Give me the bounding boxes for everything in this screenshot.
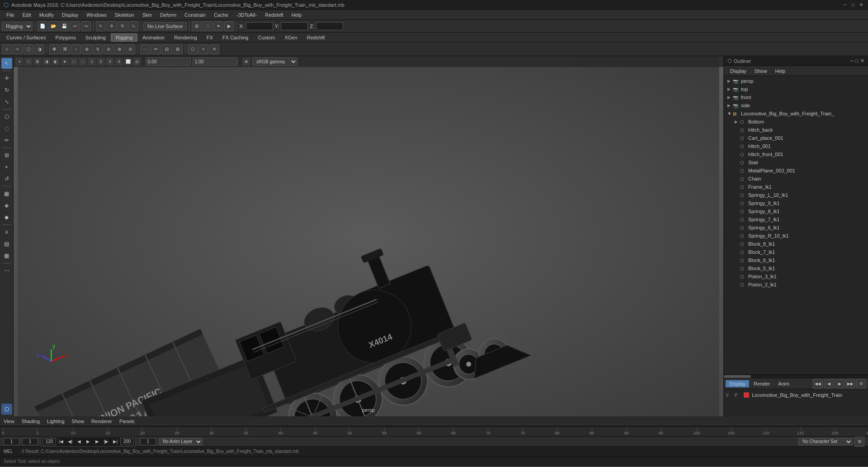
anim-layer-dropdown[interactable]: No Anim Layer bbox=[159, 438, 203, 445]
char-set-dropdown[interactable]: No Character Set bbox=[798, 438, 853, 445]
ik-spline-icon[interactable]: ⍀ bbox=[71, 44, 81, 54]
tree-item-block-6[interactable]: ⬡ Block_6_lk1 bbox=[724, 256, 868, 264]
vr-res1[interactable]: 1 bbox=[88, 57, 96, 66]
snap-toggle[interactable]: ⊞ bbox=[1, 150, 12, 161]
render-region[interactable]: ▦ bbox=[1, 188, 12, 199]
menu-help[interactable]: Help bbox=[288, 11, 306, 19]
range-start-input[interactable] bbox=[42, 438, 56, 445]
tree-item-metalplane[interactable]: ⬡ MetalPlane_002_001 bbox=[724, 167, 868, 175]
vr-shading2[interactable]: ◐ bbox=[52, 57, 60, 66]
menu-3dtoall[interactable]: -3DToAll- bbox=[233, 11, 260, 19]
tree-item-top[interactable]: ▶ 📷 top bbox=[724, 85, 868, 93]
soft-mod-tool[interactable]: ⬡ bbox=[1, 111, 12, 122]
camera-pan[interactable]: ⌖ bbox=[1, 162, 12, 172]
end-frame-input[interactable] bbox=[140, 438, 156, 445]
snap-point-button[interactable]: ✦ bbox=[213, 21, 223, 31]
tree-item-front[interactable]: ▶ 📷 front bbox=[724, 93, 868, 101]
mirror-skin-icon[interactable]: ⊟ bbox=[162, 44, 172, 54]
y-input[interactable] bbox=[281, 22, 308, 30]
menu-display[interactable]: Display bbox=[58, 11, 82, 19]
tab-rendering[interactable]: Rendering bbox=[170, 34, 202, 41]
char-set-options[interactable]: ⚙ bbox=[854, 437, 864, 447]
tree-item-springy-6[interactable]: ⬡ Springy_6_lk1 bbox=[724, 224, 868, 232]
cb-options-btn[interactable]: ⚙ bbox=[856, 379, 866, 389]
outliner-maximize[interactable]: □ bbox=[855, 58, 859, 64]
cb-back-btn[interactable]: ◀ bbox=[824, 379, 834, 389]
menu-skin[interactable]: Skin bbox=[139, 11, 156, 19]
display-layer[interactable]: ▤ bbox=[1, 238, 12, 249]
tree-item-springy-8[interactable]: ⬡ Springy_8_lk1 bbox=[724, 207, 868, 215]
skin-cluster-icon[interactable]: ⋯ bbox=[140, 44, 150, 54]
scale-tool-button[interactable]: ⤡ bbox=[128, 21, 138, 31]
tree-item-block-8[interactable]: ⬡ Block_8_lk1 bbox=[724, 240, 868, 248]
connect-joint-icon[interactable]: ⊘ bbox=[125, 44, 135, 54]
rotate-tool-button[interactable]: ↻ bbox=[118, 21, 127, 31]
outliner-close[interactable]: ✕ bbox=[860, 58, 864, 64]
tree-item-persp[interactable]: ▶ 📷 persp bbox=[724, 77, 868, 85]
lasso-icon[interactable]: ⌖ bbox=[13, 44, 23, 54]
view-menu-show[interactable]: Show bbox=[70, 418, 86, 425]
maximize-button[interactable]: □ bbox=[850, 2, 856, 8]
paint-select-icon[interactable]: ⬡ bbox=[24, 44, 33, 54]
tree-item-chain[interactable]: ⬡ Chain bbox=[724, 175, 868, 183]
cb-prev-btn[interactable]: ◀◀ bbox=[813, 379, 823, 389]
tree-item-springy-r10[interactable]: ⬡ Springy_R_10_lk1 bbox=[724, 232, 868, 240]
select-tool[interactable]: ↖ bbox=[1, 58, 12, 69]
menu-deform[interactable]: Deform bbox=[156, 11, 180, 19]
pb-prev-frame[interactable]: ◀ bbox=[75, 438, 83, 446]
select-icon[interactable]: ⊹ bbox=[2, 44, 12, 54]
tree-item-block-7[interactable]: ⬡ Block_7_lk1 bbox=[724, 248, 868, 256]
cb-tab-anim[interactable]: Anim bbox=[774, 380, 793, 387]
range-end-input[interactable] bbox=[120, 438, 134, 445]
x-input[interactable] bbox=[246, 22, 273, 30]
cb-last-btn[interactable]: ▶▶ bbox=[845, 379, 855, 389]
viewport[interactable]: ⌖ □ ⊞ ◑ ◐ ● □ ◌ 1 2 3 4 ⬜ ◎ ⊕ sRGB gamma bbox=[14, 56, 723, 416]
tab-curves-surfaces[interactable]: Curves / Surfaces bbox=[2, 34, 50, 41]
workspace-icon[interactable]: ⬡ bbox=[1, 404, 12, 415]
start-frame-input[interactable] bbox=[22, 438, 38, 445]
tree-item-loco[interactable]: ▼ ⊞ Locomotive_Big_Boy_with_Freight_Trai… bbox=[724, 110, 868, 118]
tree-item-stair[interactable]: ⬡ Stair bbox=[724, 158, 868, 167]
cb-fwd-btn[interactable]: ▶ bbox=[835, 379, 844, 389]
cb-tab-display[interactable]: Display bbox=[726, 380, 749, 387]
mode-dropdown[interactable]: Rigging bbox=[2, 22, 33, 31]
snap-curve-button[interactable]: ◌ bbox=[203, 21, 212, 31]
copy-weights-icon[interactable]: ⊞ bbox=[173, 44, 183, 54]
pb-next-key[interactable]: |▶ bbox=[102, 438, 110, 446]
vr-field1[interactable] bbox=[146, 57, 191, 66]
menu-windows[interactable]: Windows bbox=[83, 11, 110, 19]
outliner-menu-display[interactable]: Display bbox=[726, 67, 750, 75]
tree-item-hitch-back[interactable]: ⬡ Hitch_back bbox=[724, 126, 868, 134]
plus-icon[interactable]: + bbox=[198, 44, 208, 54]
tree-item-springy-7[interactable]: ⬡ Springy_7_lk1 bbox=[724, 215, 868, 224]
open-scene-button[interactable]: 📂 bbox=[48, 21, 58, 31]
tree-item-hitch-front[interactable]: ⬡ Hitch_front_001 bbox=[724, 150, 868, 158]
render-button[interactable]: ▶ bbox=[224, 21, 234, 31]
tree-item-bottom[interactable]: ▶ ⬡ Bottom bbox=[724, 118, 868, 126]
outliner-menu-help[interactable]: Help bbox=[772, 67, 789, 75]
scale-tool[interactable]: ⤡ bbox=[1, 96, 12, 107]
tab-animation[interactable]: Animation bbox=[138, 34, 169, 41]
reroot-skeleton-icon[interactable]: ↯ bbox=[93, 44, 103, 54]
view-menu-panels[interactable]: Panels bbox=[118, 418, 137, 425]
anim-layer[interactable]: ▦ bbox=[1, 250, 12, 261]
tab-rigging[interactable]: Rigging bbox=[111, 33, 137, 42]
vr-render[interactable]: ◎ bbox=[133, 57, 141, 66]
vr-grid-btn[interactable]: ⊞ bbox=[33, 57, 42, 66]
outliner-minimize[interactable]: ─ bbox=[850, 58, 854, 64]
tab-fx[interactable]: FX bbox=[202, 34, 217, 41]
vr-shading1[interactable]: ◑ bbox=[42, 57, 51, 66]
snap-grid-button[interactable]: ⊞ bbox=[192, 21, 202, 31]
vr-res2[interactable]: 2 bbox=[97, 57, 105, 66]
layer-editor[interactable]: ≡ bbox=[1, 227, 12, 238]
tree-item-cart-place[interactable]: ⬡ Cart_place_001 bbox=[724, 134, 868, 142]
create-constraint-icon[interactable]: ⬡ bbox=[188, 44, 198, 54]
tree-item-piston-3[interactable]: ⬡ Piston_3_lk1 bbox=[724, 272, 868, 281]
cross-icon[interactable]: ✕ bbox=[209, 44, 219, 54]
rotate-tool[interactable]: ↻ bbox=[1, 85, 12, 95]
no-live-surface-button[interactable]: No Live Surface bbox=[143, 22, 187, 30]
camera-orbit[interactable]: ↺ bbox=[1, 173, 12, 184]
hypershade[interactable]: ◆ bbox=[1, 212, 12, 223]
close-button[interactable]: ✕ bbox=[858, 2, 864, 8]
tab-redshift[interactable]: Redshift bbox=[302, 34, 330, 41]
